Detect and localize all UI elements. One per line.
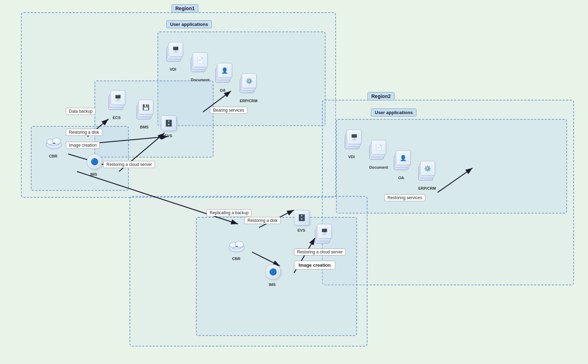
document-1-icon: 📄 [191,52,208,72]
cbr-2-icon: ☁ [227,238,246,255]
ecs-1-icon: 🖥️ [108,90,126,110]
ims-1-label: IMS [90,172,97,176]
vdi-2-label: VDI [348,155,355,159]
diagram-container: Region1 User applications 🖥️ VDI 📄 Docum… [0,0,588,364]
cbr-1-label: CBR [49,154,57,158]
oa-2-label: OA [398,176,404,180]
evs-1-label: EVS [164,134,172,138]
restoring-cloud-2-label: Restoring a cloud server [294,248,346,255]
restoring-disk-2-label: Restoring a disk [244,217,281,224]
image-creation-1-label: Image creation [66,142,100,149]
cbr-1-icon: ☁ [45,135,63,152]
document-1-label: Document [191,78,210,82]
vdi-1-label: VDI [170,67,176,71]
svg-text:☁: ☁ [52,141,56,145]
erp-crm-2-label: ERP/CRM [418,186,436,190]
evs-1-icon: 🗄️ [161,115,176,131]
oa-1-label: OA [220,88,226,92]
erp-crm-1-label: ERP/CRM [240,99,258,103]
user-apps-2-label: User applications [371,108,416,117]
ecs-1-label: ECS [113,115,121,120]
data-backup-label: Data backup [66,108,96,115]
evs-2-label: EVS [298,228,305,232]
restoring-cloud-1-label: Restoring a cloud server [103,161,155,168]
ecs-2-icon: 🖥️ [315,224,332,244]
ims-2-label: IMS [269,282,276,287]
restoring-disk-1-label: Restoring a disk [66,129,102,136]
cbr-2-label: CBR [232,257,240,261]
region2-label: Region2 [368,92,394,100]
bms-1-icon: 💾 [136,100,154,119]
oa-2-icon: 👤 [394,150,411,170]
vdi-2-icon: 🖥️ [345,130,362,149]
ims-1-icon: 🔵 [87,154,102,169]
erp-crm-1-icon: ⚙️ [240,74,257,93]
evs-2-icon: 🗄️ [294,210,309,225]
region1-label: Region1 [172,4,198,13]
document-2-icon: 📄 [369,140,387,160]
oa-1-icon: 👤 [215,63,233,83]
ims-2-icon: 🔵 [265,264,281,280]
vdi-1-icon: 🖥️ [166,42,184,62]
erp-crm-2-icon: ⚙️ [418,161,436,181]
document-2-label: Document [369,165,388,169]
replicating-backup-label: Replicating a backup [206,209,252,216]
restoring-services-label: Restoring services [384,194,425,201]
bms-1-label: BMS [140,125,148,129]
bearing-services-label: Bearing services [210,107,247,114]
svg-text:☁: ☁ [235,244,238,248]
user-apps-1-label: User applications [166,20,212,28]
image-creation-2-label: Image creation [294,261,335,270]
